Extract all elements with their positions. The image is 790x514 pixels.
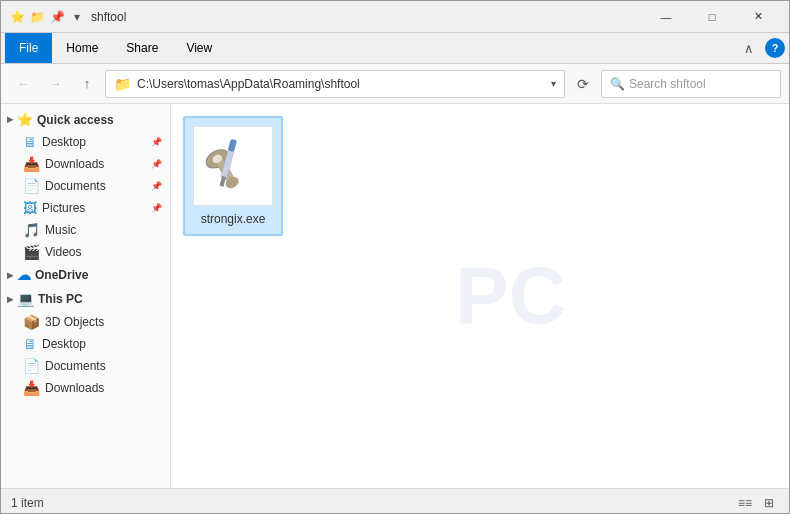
onedrive-toggle-icon: ▶ [7,271,13,280]
search-box[interactable]: 🔍 Search shftool [601,70,781,98]
pin-icon-documents: 📌 [151,181,162,191]
sidebar-item-3d-objects[interactable]: 📦 3D Objects [1,311,170,333]
tab-file[interactable]: File [5,33,52,63]
tab-home[interactable]: Home [52,33,112,63]
sidebar-item-3d-objects-label: 3D Objects [45,315,104,329]
this-pc-icon: 💻 [17,291,34,307]
file-thumbnail [193,126,273,206]
titlebar: ⭐ 📁 📌 ▾ shftool — □ ✕ [1,1,789,33]
help-button[interactable]: ? [765,38,785,58]
status-count: 1 item [11,496,44,510]
titlebar-icons: ⭐ 📁 📌 ▾ [9,9,85,25]
sidebar-item-videos-label: Videos [45,245,81,259]
folder-icon: 📁 [29,9,45,25]
pin-icon-pictures: 📌 [151,203,162,213]
wrench-icon [201,134,265,198]
forward-button[interactable]: → [41,70,69,98]
sidebar-item-pictures-label: Pictures [42,201,85,215]
sidebar-section-onedrive[interactable]: ▶ ☁ OneDrive [1,263,170,287]
documents-folder-icon: 📄 [23,178,40,194]
address-folder-icon: 📁 [114,76,131,92]
close-button[interactable]: ✕ [735,1,781,33]
onedrive-label: OneDrive [35,268,88,282]
tab-share[interactable]: Share [112,33,172,63]
sidebar-item-videos[interactable]: 🎬 Videos [1,241,170,263]
desktop-pc-icon: 🖥 [23,336,37,352]
grid-view-button[interactable]: ⊞ [759,493,779,513]
address-box[interactable]: 📁 C:\Users\tomas\AppData\Roaming\shftool… [105,70,565,98]
tab-view[interactable]: View [172,33,226,63]
sidebar-section-this-pc[interactable]: ▶ 💻 This PC [1,287,170,311]
pin-icon-downloads: 📌 [151,159,162,169]
refresh-button[interactable]: ⟳ [569,70,597,98]
statusbar: 1 item ≡≡ ⊞ [1,488,789,514]
watermark: PC [455,250,566,342]
addressbar: ← → ↑ 📁 C:\Users\tomas\AppData\Roaming\s… [1,64,789,104]
pin-icon: 📌 [49,9,65,25]
sidebar-item-downloads[interactable]: 📥 Downloads 📌 [1,153,170,175]
this-pc-label: This PC [38,292,83,306]
this-pc-toggle-icon: ▶ [7,295,13,304]
sidebar-item-music-label: Music [45,223,76,237]
documents-pc-icon: 📄 [23,358,40,374]
sidebar-item-desktop-pc[interactable]: 🖥 Desktop [1,333,170,355]
videos-folder-icon: 🎬 [23,244,40,260]
list-view-button[interactable]: ≡≡ [735,493,755,513]
minimize-button[interactable]: — [643,1,689,33]
quick-access-star-icon: ⭐ [17,112,33,127]
ribbon-right: ∧ ? [737,36,785,60]
pin-icon: 📌 [151,137,162,147]
sidebar-item-downloads-label: Downloads [45,157,104,171]
sidebar-item-documents-pc[interactable]: 📄 Documents [1,355,170,377]
desktop-folder-icon: 🖥 [23,134,37,150]
file-name: strongix.exe [201,212,266,226]
ribbon: File Home Share View ∧ ? [1,33,789,64]
titlebar-controls: — □ ✕ [643,1,781,33]
sidebar-item-documents[interactable]: 📄 Documents 📌 [1,175,170,197]
svg-rect-6 [220,176,226,187]
search-icon: 🔍 [610,77,625,91]
file-grid: strongix.exe [183,116,777,236]
maximize-button[interactable]: □ [689,1,735,33]
address-path: C:\Users\tomas\AppData\Roaming\shftool [137,77,545,91]
sidebar-item-desktop[interactable]: 🖥 Desktop 📌 [1,131,170,153]
3d-objects-icon: 📦 [23,314,40,330]
downloads-pc-icon: 📥 [23,380,40,396]
sidebar-item-desktop-label: Desktop [42,135,86,149]
address-dropdown-icon[interactable]: ▾ [551,78,556,89]
quick-access-icon: ⭐ [9,9,25,25]
sidebar-item-downloads-pc-label: Downloads [45,381,104,395]
onedrive-cloud-icon: ☁ [17,267,31,283]
quick-access-label: Quick access [37,113,114,127]
sidebar: ▶ ⭐ Quick access 🖥 Desktop 📌 📥 Downloads… [1,104,171,488]
downloads-folder-icon: 📥 [23,156,40,172]
sidebar-item-music[interactable]: 🎵 Music [1,219,170,241]
statusbar-view-controls: ≡≡ ⊞ [735,493,779,513]
music-folder-icon: 🎵 [23,222,40,238]
main-area: ▶ ⭐ Quick access 🖥 Desktop 📌 📥 Downloads… [1,104,789,488]
quick-access-toggle-icon: ▶ [7,115,13,124]
pictures-folder-icon: 🖼 [23,200,37,216]
back-button[interactable]: ← [9,70,37,98]
sidebar-item-desktop-pc-label: Desktop [42,337,86,351]
sidebar-item-documents-pc-label: Documents [45,359,106,373]
ribbon-collapse-button[interactable]: ∧ [737,36,761,60]
up-button[interactable]: ↑ [73,70,101,98]
file-item-strongix[interactable]: strongix.exe [183,116,283,236]
dropdown-arrow-icon: ▾ [69,9,85,25]
search-placeholder: Search shftool [629,77,706,91]
ribbon-tabs: File Home Share View ∧ ? [1,33,789,63]
content-area: PC [171,104,789,488]
sidebar-section-quick-access[interactable]: ▶ ⭐ Quick access [1,108,170,131]
sidebar-item-documents-label: Documents [45,179,106,193]
sidebar-item-downloads-pc[interactable]: 📥 Downloads [1,377,170,399]
window-title: shftool [91,10,643,24]
sidebar-item-pictures[interactable]: 🖼 Pictures 📌 [1,197,170,219]
